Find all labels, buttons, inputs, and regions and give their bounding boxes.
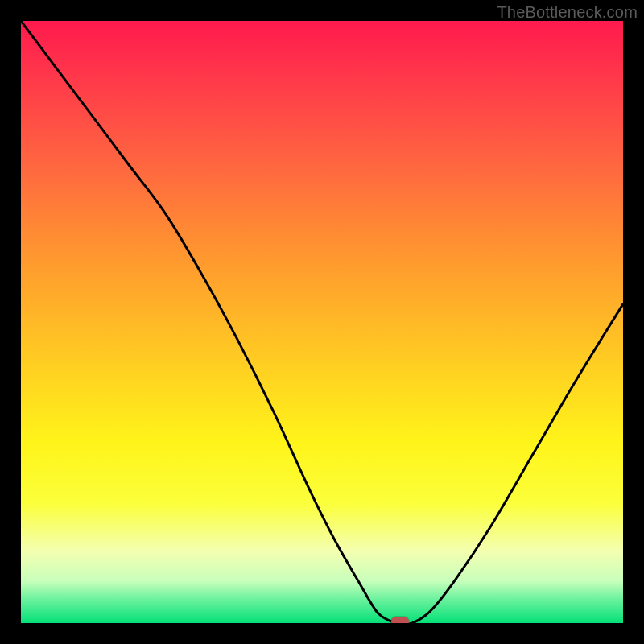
- optimal-point-marker: [391, 617, 409, 623]
- bottleneck-curve: [21, 21, 623, 623]
- attribution-text: TheBottleneck.com: [497, 3, 638, 22]
- plot-area: [21, 21, 623, 623]
- chart-frame: TheBottleneck.com: [0, 0, 644, 644]
